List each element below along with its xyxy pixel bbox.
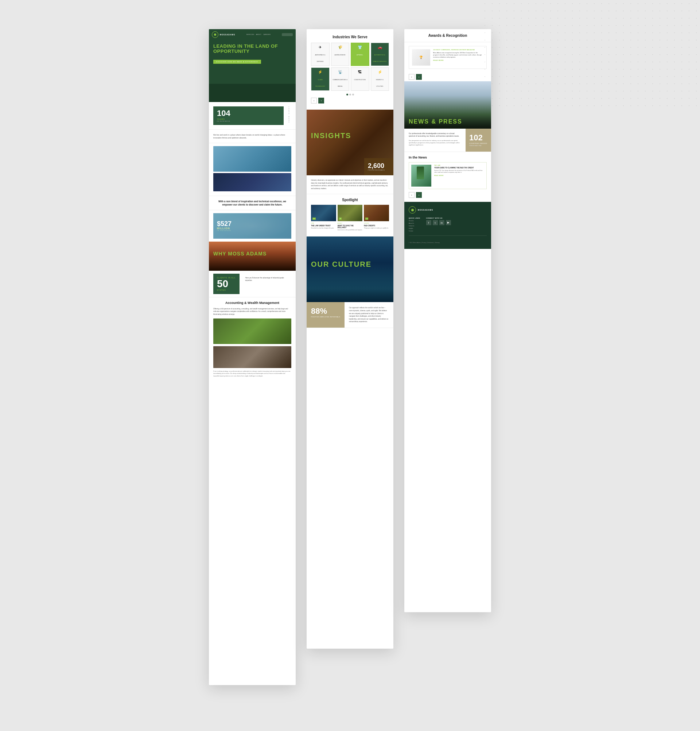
linkedin-icon[interactable]: in xyxy=(439,220,444,225)
spotlight-info-2: MONEY WANT TO SAVE THE DOLLARS? Learn mo… xyxy=(338,221,363,233)
city-night-image xyxy=(213,173,291,191)
spotlight-grid: ★ FIRE THE LAW UNDER TRUST Described is … xyxy=(311,205,389,233)
professionals-block: 2,600 PROFESSIONALS xyxy=(364,158,393,175)
culture-stat-number: 88% xyxy=(311,307,340,315)
dot-1[interactable] xyxy=(346,94,348,95)
industry-label-agri: AGRIBUSINESS xyxy=(335,54,346,56)
revenue-block: $527 MILLION IN REVENUE xyxy=(213,213,291,239)
youtube-icon[interactable]: ▶ xyxy=(446,220,451,225)
industry-clean-tech[interactable]: ⚡ CLEAN TECHNOLOGY xyxy=(311,68,329,91)
energy-icon: ⚡ xyxy=(373,70,388,74)
awards-next[interactable]: › xyxy=(416,74,422,80)
news-body: Section 174: Your design discusses the p… xyxy=(434,170,484,173)
industry-energy[interactable]: ⚡ ENERGY & UTILITIES xyxy=(371,68,390,91)
spotlight-name-3: R&D CREDITS xyxy=(364,225,389,227)
footer-link-contact[interactable]: Contact xyxy=(409,230,421,232)
spotlight-item-3[interactable]: + VISION R&D CREDITS Things you might no… xyxy=(364,205,389,233)
footer-logo-text: MOSSADAMS xyxy=(418,209,433,211)
logo-icon xyxy=(212,31,218,38)
spotlight-name-2: WANT TO SAVE THE DOLLARS? xyxy=(338,225,363,229)
nav-link-services[interactable]: SERVICES xyxy=(247,34,254,35)
hero-title: LEADING IN THE LAND OF OPPORTUNITY xyxy=(213,44,291,54)
image-collage xyxy=(209,143,296,196)
nav-link-about[interactable]: ABOUT xyxy=(256,34,262,35)
insights-hero: INSIGHTS 2,600 PROFESSIONALS xyxy=(307,110,393,175)
countries-block: 102 COUNTRIES SERVED FOREIGN SWEET FIRM xyxy=(466,129,491,151)
mountain-section: NEWS & PRESS xyxy=(404,81,491,129)
revenue-content: $527 MILLION IN REVENUE xyxy=(213,213,291,239)
culture-percent-display: 88% xyxy=(311,307,327,316)
recognition-link[interactable]: READ MORE xyxy=(433,59,484,61)
nav-link-careers[interactable]: CAREERS xyxy=(263,34,271,35)
news-content: Tax law YOUR GUIDE TO CLAIMING THE R&D T… xyxy=(434,165,484,186)
states-block: CLIENTS IN ALL 50 STATES xyxy=(213,274,240,294)
industry-construction[interactable]: 🏗 CONSTRUCTION xyxy=(351,68,369,91)
next-arrow[interactable]: › xyxy=(318,98,324,103)
countries-sub: Our perspective can set the bar for indu… xyxy=(409,139,461,146)
spotlight-title: Spotlight xyxy=(311,198,389,202)
accounting-body: From evolving strategy, our professional… xyxy=(213,370,291,377)
footer-connect-title: CONNECT WITH US xyxy=(426,217,451,219)
industry-label-apparel: APPAREL xyxy=(357,54,363,56)
hero-cta-button[interactable]: DISCOVER HOW WE MAKE A DIFFERENCE xyxy=(213,60,261,64)
news-card: Tax law YOUR GUIDE TO CLAIMING THE R&D T… xyxy=(409,162,487,189)
main-container: MOSSADAMS SERVICES ABOUT CAREERS LEADING… xyxy=(0,0,700,714)
industry-comms[interactable]: 📡 COMMUNICATIONS & MEDIA xyxy=(331,68,350,91)
why-title: WHY MOSS ADAMS xyxy=(209,242,296,266)
accounting-title: Accounting & Wealth Management xyxy=(213,301,291,305)
spotlight-item-1[interactable]: ★ FIRE THE LAW UNDER TRUST Described is … xyxy=(311,205,336,233)
spotlight-badge-1: ★ xyxy=(312,217,316,220)
spotlight-name-1: THE LAW UNDER TRUST xyxy=(311,225,336,227)
footer-bottom-text: © 2017 Moss Adams | Privacy | Disclaimer… xyxy=(409,242,440,244)
countries-label: COUNTRIES SERVED xyxy=(469,142,487,144)
footer-logo-row: MOSSADAMS xyxy=(409,206,487,214)
industry-agribusiness[interactable]: 🌾 AGRIBUSINESS xyxy=(331,43,350,66)
farm-image xyxy=(213,319,291,344)
awards-prev[interactable]: ‹ xyxy=(409,74,415,80)
side-label: LEARN MORE xyxy=(287,106,291,125)
states-section: CLIENTS IN ALL 50 STATES Here you'll dis… xyxy=(209,271,296,297)
spotlight-item-2[interactable]: $ MONEY WANT TO SAVE THE DOLLARS? Learn … xyxy=(338,205,363,233)
states-text: Here you'll discover the advantage of in… xyxy=(246,277,288,282)
awards-title-section: Awards & Recognition xyxy=(404,29,491,42)
news-read-more[interactable]: READ MORE xyxy=(434,175,484,176)
industries-section: Industries We Serve ✈ AEROSPACE & DEFENS… xyxy=(307,29,393,110)
footer-link-insights[interactable]: Insights xyxy=(409,228,421,229)
footer-link-services[interactable]: Services xyxy=(409,220,421,222)
states-label: STATES xyxy=(217,289,236,291)
agri-icon: 🌾 xyxy=(333,45,348,49)
construction-icon: 🏗 xyxy=(353,70,368,74)
industry-apparel[interactable]: 👕 APPAREL xyxy=(351,43,369,66)
news-pagination: ‹ › xyxy=(409,192,487,198)
prev-arrow[interactable]: ‹ xyxy=(311,98,317,103)
insights-title: INSIGHTS xyxy=(307,110,393,140)
dot-3[interactable] xyxy=(352,94,354,95)
in-news-title: In the News xyxy=(409,156,487,159)
footer-bottom: © 2017 Moss Adams | Privacy | Disclaimer… xyxy=(409,235,487,245)
footer-link-industries[interactable]: Industries xyxy=(409,225,421,227)
logo-text: MOSSADAMS xyxy=(220,34,235,36)
revenue-unit: MILLION xyxy=(217,227,288,230)
spotlight-img-2: $ xyxy=(338,205,363,221)
why-section: WHY MOSS ADAMS xyxy=(209,242,296,271)
culture-body: Our approach reflects the world in which… xyxy=(344,302,393,327)
culture-stat-label: POSITIVE EMPLOYEE REFERRALS xyxy=(311,316,340,318)
countries-section: Our professionals offer knowledgeable co… xyxy=(404,129,491,152)
logo-area: MOSSADAMS xyxy=(212,31,235,38)
footer-logo-icon xyxy=(409,206,416,214)
facebook-icon[interactable]: f xyxy=(426,220,431,225)
footer-link-about[interactable]: About Us xyxy=(409,223,421,224)
nav-search[interactable] xyxy=(282,33,293,36)
years-sub: IN BUSINESS xyxy=(217,120,280,122)
recognition-card: 🏆 100 BEST COMPANIES, WORKING MOTHER MAG… xyxy=(409,46,487,69)
news-prev[interactable]: ‹ xyxy=(409,192,415,198)
news-image xyxy=(411,165,431,186)
cleantech-icon: ⚡ xyxy=(313,70,328,74)
news-next[interactable]: › xyxy=(416,192,422,198)
years-number: 104 xyxy=(217,109,280,117)
dot-2[interactable] xyxy=(349,94,351,95)
twitter-icon[interactable]: t xyxy=(433,220,438,225)
industry-automotive[interactable]: 🚗 AUTOMOTIVE & DEALER SERVICES xyxy=(371,43,390,66)
industry-label-auto: AUTOMOTIVE & DEALER SERVICES xyxy=(373,54,387,62)
industry-aerospace[interactable]: ✈ AEROSPACE & DEFENSE xyxy=(311,43,329,66)
